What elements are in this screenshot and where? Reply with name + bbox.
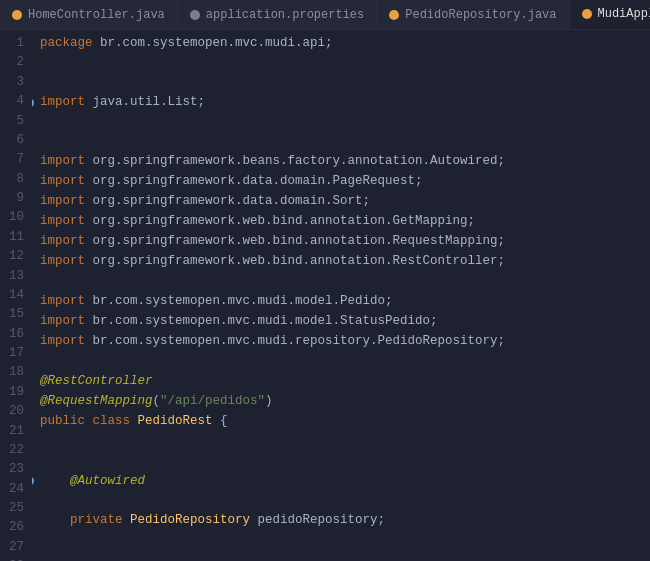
tab-icon-home bbox=[12, 10, 22, 20]
code-line-20: @Autowired bbox=[40, 452, 650, 510]
line-numbers: 1 2 3 4 5 6 7 8 9 10 11 12 13 14 15 16 1… bbox=[0, 30, 32, 561]
code-line-3: import java.util.List; bbox=[40, 74, 650, 132]
code-line-11 bbox=[40, 272, 650, 292]
code-line-7: import org.springframework.data.domain.S… bbox=[40, 192, 650, 212]
code-line-8: import org.springframework.web.bind.anno… bbox=[40, 212, 650, 232]
tab-mudi-application[interactable]: MudiApplication.java bbox=[570, 0, 651, 29]
code-line-1: package br.com.systemopen.mvc.mudi.api; bbox=[40, 34, 650, 54]
code-line-14: import br.com.systemopen.mvc.mudi.reposi… bbox=[40, 332, 650, 352]
code-line-17: @RequestMapping("/api/pedidos") bbox=[40, 392, 650, 412]
code-line-18: public class PedidoRest { bbox=[40, 412, 650, 432]
code-area[interactable]: package br.com.systemopen.mvc.mudi.api; … bbox=[32, 30, 650, 561]
code-line-12: import br.com.systemopen.mvc.mudi.model.… bbox=[40, 292, 650, 312]
code-line-6: import org.springframework.data.domain.P… bbox=[40, 172, 650, 192]
tab-label-pedido: PedidoRepository.java bbox=[405, 8, 556, 22]
tab-label-mudi: MudiApplication.java bbox=[598, 7, 651, 21]
code-line-23: @GetMapping("aguardando") bbox=[40, 550, 650, 561]
tab-home-controller[interactable]: HomeController.java bbox=[0, 0, 178, 29]
code-line-10: import org.springframework.web.bind.anno… bbox=[40, 252, 650, 272]
code-line-13: import br.com.systemopen.mvc.mudi.model.… bbox=[40, 312, 650, 332]
tab-icon-pedido bbox=[389, 10, 399, 20]
code-line-5: import org.springframework.beans.factory… bbox=[40, 152, 650, 172]
code-line-9: import org.springframework.web.bind.anno… bbox=[40, 232, 650, 252]
tab-icon-props bbox=[190, 10, 200, 20]
tab-pedido-repository[interactable]: PedidoRepository.java bbox=[377, 0, 569, 29]
code-line-21: private PedidoRepository pedidoRepositor… bbox=[40, 510, 650, 530]
editor: 1 2 3 4 5 6 7 8 9 10 11 12 13 14 15 16 1… bbox=[0, 30, 650, 561]
tab-label-props: application.properties bbox=[206, 8, 364, 22]
code-line-2 bbox=[40, 54, 650, 74]
tab-bar: HomeController.java application.properti… bbox=[0, 0, 650, 30]
code-line-4 bbox=[40, 132, 650, 152]
code-line-16: @RestController bbox=[40, 372, 650, 392]
tab-label-home: HomeController.java bbox=[28, 8, 165, 22]
code-line-19 bbox=[40, 432, 650, 452]
tab-icon-mudi bbox=[582, 9, 592, 19]
tab-application-properties[interactable]: application.properties bbox=[178, 0, 377, 29]
code-line-22 bbox=[40, 530, 650, 550]
code-line-15 bbox=[40, 352, 650, 372]
